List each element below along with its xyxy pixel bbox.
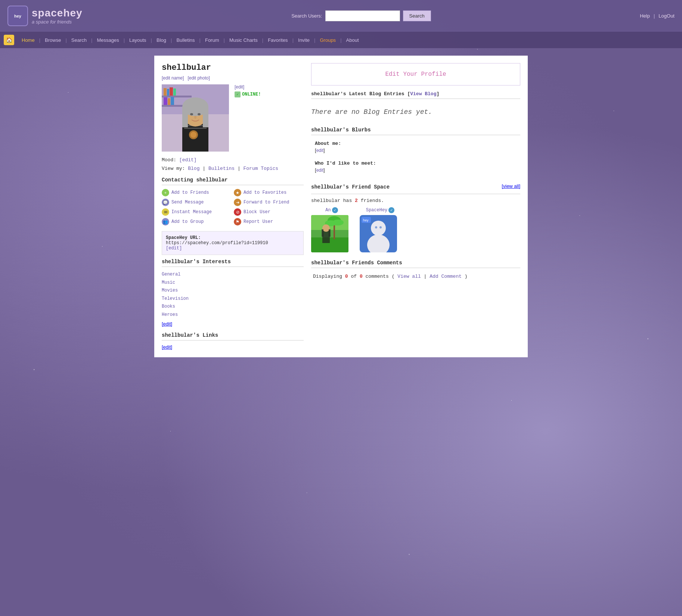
interests-divider	[162, 267, 304, 267]
nav-item-messages[interactable]: Messages	[93, 34, 123, 47]
comments-info: Displaying 0 of 0 comments ( View all | …	[311, 272, 520, 281]
add-friends-link[interactable]: Add to Friends	[171, 190, 209, 195]
comments-add-link[interactable]: Add Comment	[430, 274, 462, 279]
edit-profile-link[interactable]: Edit Your Profile	[385, 71, 446, 78]
site-title: spacehey	[32, 7, 83, 19]
friend-viewall-link[interactable]: [view all]	[502, 183, 520, 189]
logo-text: spacehey a space for friends	[32, 7, 83, 25]
blog-section: shellbular's Latest Blog Entries [View B…	[311, 91, 520, 121]
nav-item-forum[interactable]: Forum	[201, 34, 223, 47]
blurb-meet-edit-link[interactable]: edit	[316, 168, 323, 173]
svg-point-23	[198, 113, 201, 115]
left-column: shellbular [edit name] [edit photo]	[162, 63, 304, 350]
friend-spacehey-verified: ✓	[388, 207, 394, 213]
search-button[interactable]: Search	[403, 10, 431, 21]
nav-item-layouts[interactable]: Layouts	[125, 34, 150, 47]
comments-section: shellbular's Friends Comments Displaying…	[311, 260, 520, 281]
add-favorites-link[interactable]: Add to Favorites	[244, 190, 286, 195]
interest-general: General	[162, 271, 304, 279]
no-blog-text: There are no Blog Entries yet.	[311, 103, 520, 121]
contacting-divider	[162, 185, 304, 185]
nav-item-browse[interactable]: Browse	[41, 34, 65, 47]
group-icon: 👥	[162, 218, 169, 225]
help-link[interactable]: Help	[640, 13, 650, 19]
blurb-aboutme: About me: [edit]	[311, 139, 520, 155]
url-value: https://spacehey.com/profile?id=119910	[166, 240, 268, 246]
blurb-meet-title: Who I'd like to meet:	[315, 161, 517, 166]
nav-item-invite[interactable]: Invite	[294, 34, 313, 47]
viewmy-forum-link[interactable]: Forum Topics	[244, 166, 279, 171]
svg-rect-21	[203, 107, 208, 127]
nav-item-music-charts[interactable]: Music Charts	[226, 34, 261, 47]
blurbs-header: shellbular's Blurbs	[311, 127, 520, 133]
online-icon: ✓	[235, 91, 241, 97]
interest-music: Music	[162, 279, 304, 287]
friend-card-an: An ✓	[311, 207, 352, 252]
links-header: shellbular's Links	[162, 332, 304, 338]
edit-name-link[interactable]: [edit name]	[162, 75, 184, 81]
links-edit-link[interactable]: [edit]	[162, 344, 172, 350]
contact-group: 👥 Add to Group	[162, 218, 232, 225]
svg-rect-5	[167, 89, 169, 96]
nav-item-blog[interactable]: Blog	[153, 34, 170, 47]
header-separator: |	[654, 13, 655, 19]
search-input[interactable]	[325, 10, 400, 21]
send-message-link[interactable]: Send Message	[171, 200, 204, 205]
photo-area: [edit] ✓ ONLINE!	[162, 84, 304, 152]
url-section: SpaceHey URL: https://spacehey.com/profi…	[162, 231, 304, 255]
contact-report: ⚑ Report User	[234, 218, 304, 225]
viewmy-sep1: |	[202, 166, 208, 171]
friends-grid: An ✓	[311, 207, 520, 252]
svg-point-24	[194, 116, 196, 119]
interests-edit-link[interactable]: [edit]	[162, 321, 172, 327]
friend-an-link[interactable]: An	[325, 208, 331, 213]
nav-item-home[interactable]: Home	[18, 34, 38, 47]
contact-grid: + Add to Friends ★ Add to Favorites 💬 Se…	[162, 189, 304, 225]
friend-spacehey-link[interactable]: SpaceHey	[366, 208, 388, 213]
edit-photo-link[interactable]: [edit photo]	[187, 75, 210, 81]
interests-edit-row: [edit]	[162, 321, 304, 327]
url-edit-link[interactable]: [edit]	[166, 246, 182, 251]
search-users-label: Search Users:	[291, 13, 322, 19]
logo-icon: hey	[7, 6, 28, 26]
links-divider	[162, 340, 304, 340]
contact-add-favorites: ★ Add to Favorites	[234, 189, 304, 196]
edit-photo-link2[interactable]: [edit]	[235, 84, 261, 90]
nav-item-favorites[interactable]: Favorites	[264, 34, 291, 47]
nav-item-search[interactable]: Search	[68, 34, 90, 47]
interest-movies: Movies	[162, 287, 304, 295]
viewmy-sep2: |	[238, 166, 244, 171]
svg-rect-4	[164, 88, 167, 96]
forward-link[interactable]: Forward to Friend	[244, 200, 289, 205]
group-link[interactable]: Add to Group	[171, 219, 204, 224]
block-link[interactable]: Block User	[244, 209, 270, 215]
friend-an-verified: ✓	[332, 207, 338, 213]
report-link[interactable]: Report User	[244, 219, 273, 224]
logout-link[interactable]: LogOut	[658, 13, 675, 19]
interests-header: shellbular's Interests	[162, 259, 304, 265]
interest-books: Books	[162, 303, 304, 311]
friend-space-header: shellbular's Friend Space	[311, 184, 390, 190]
online-badge: ✓ ONLINE!	[235, 91, 261, 97]
im-link[interactable]: Instant Message	[171, 209, 212, 215]
profile-photo-svg	[162, 84, 229, 152]
nav-item-about[interactable]: About	[342, 34, 363, 47]
mood-edit-link[interactable]: [edit]	[179, 157, 197, 163]
comments-viewall-link[interactable]: View all	[397, 274, 421, 279]
friend-count-suffix: friends.	[361, 198, 384, 203]
right-column: Edit Your Profile shellbular's Latest Bl…	[311, 63, 520, 350]
viewmy-blog-link[interactable]: Blog	[188, 166, 199, 171]
profile-username: shellbular	[162, 63, 304, 72]
interest-television: Television	[162, 295, 304, 303]
forward-icon: ➜	[234, 199, 241, 206]
blurb-aboutme-edit-link[interactable]: edit	[316, 148, 323, 153]
svg-rect-20	[182, 107, 188, 127]
add-friend-icon: +	[162, 189, 169, 196]
nav-item-groups[interactable]: Groups	[316, 34, 340, 47]
view-blog-link[interactable]: View Blog	[410, 91, 436, 97]
header: hey spacehey a space for friends Search …	[0, 0, 682, 32]
nav-item-bulletins[interactable]: Bulletins	[173, 34, 198, 47]
viewmy-bulletins-link[interactable]: Bulletins	[208, 166, 235, 171]
blog-section-header: shellbular's Latest Blog Entries [View B…	[311, 91, 520, 97]
hey-text: hey	[14, 14, 21, 18]
